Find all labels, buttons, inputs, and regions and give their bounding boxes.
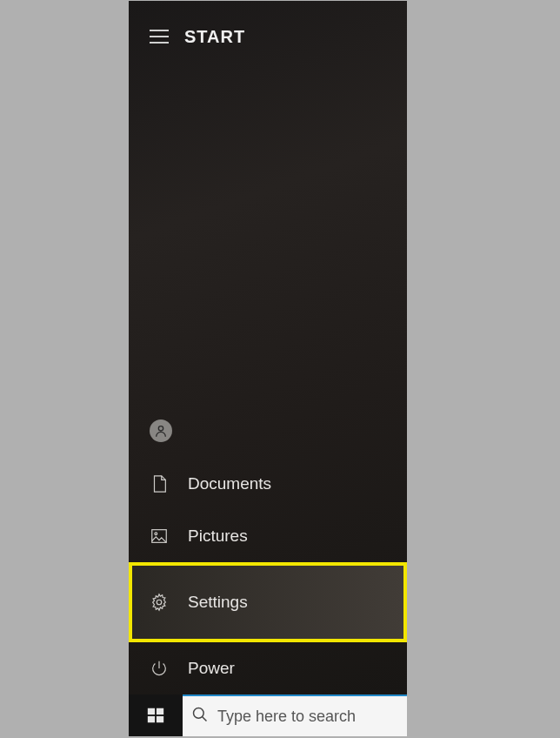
power-icon (150, 659, 169, 678)
pictures-icon (150, 527, 169, 546)
svg-rect-4 (148, 708, 155, 715)
settings-label: Settings (188, 593, 248, 612)
user-avatar-icon (150, 419, 172, 442)
svg-point-8 (194, 708, 204, 719)
svg-rect-5 (157, 708, 163, 715)
start-button[interactable] (129, 694, 183, 736)
documents-label: Documents (188, 474, 271, 493)
search-icon (191, 706, 209, 727)
svg-point-3 (157, 600, 162, 605)
menu-item-settings[interactable]: Settings (129, 562, 407, 642)
taskbar (129, 694, 407, 736)
document-icon (150, 474, 169, 493)
start-title: START (184, 27, 245, 47)
svg-point-2 (155, 533, 157, 535)
power-label: Power (188, 659, 235, 678)
search-input[interactable] (217, 708, 398, 726)
windows-logo-icon (146, 706, 165, 725)
svg-line-9 (203, 717, 207, 721)
menu-item-power[interactable]: Power (129, 642, 407, 694)
svg-rect-6 (148, 716, 155, 722)
hamburger-icon[interactable] (150, 30, 169, 44)
pictures-label: Pictures (188, 527, 248, 546)
svg-point-0 (158, 426, 163, 431)
start-menu-panel: START Documents (129, 1, 407, 694)
menu-item-documents[interactable]: Documents (129, 458, 407, 510)
gear-icon (150, 593, 169, 612)
search-box[interactable] (183, 694, 407, 736)
svg-rect-7 (157, 716, 163, 722)
start-header: START (129, 1, 407, 51)
user-account-button[interactable] (129, 419, 407, 458)
menu-item-pictures[interactable]: Pictures (129, 510, 407, 562)
start-bottom-list: Documents Pictures Settings (129, 419, 407, 694)
